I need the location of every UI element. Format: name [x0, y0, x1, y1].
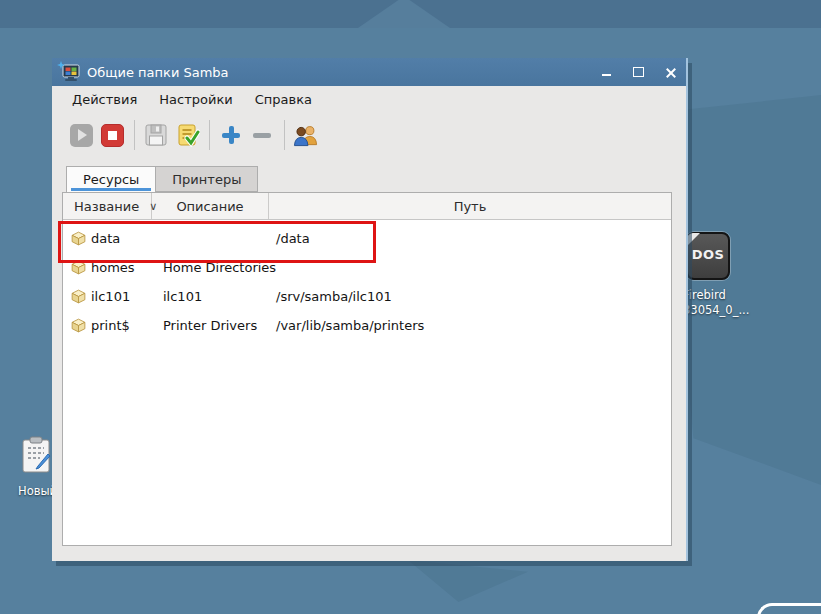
share-name: print$	[91, 318, 130, 333]
apply-changes-button[interactable]	[174, 122, 200, 148]
column-label: Путь	[454, 199, 487, 214]
window-titlebar[interactable]: Общие папки Samba	[52, 58, 686, 86]
tab-bar: Ресурсы Принтеры	[66, 166, 258, 192]
add-share-button[interactable]	[218, 122, 244, 148]
maximize-icon	[633, 67, 644, 77]
tab-label: Ресурсы	[83, 172, 139, 187]
notepad-pencil-icon[interactable]	[18, 436, 54, 474]
play-icon	[70, 124, 93, 147]
tab-resources[interactable]: Ресурсы	[66, 166, 156, 192]
start-service-button[interactable]	[68, 122, 94, 148]
maximize-button[interactable]	[630, 64, 646, 80]
samba-users-button[interactable]	[293, 122, 319, 148]
minimize-icon	[602, 74, 611, 76]
menu-settings[interactable]: Настройки	[148, 87, 243, 112]
stop-service-button[interactable]	[99, 122, 125, 148]
minus-icon	[253, 133, 271, 138]
share-path: /srv/samba/ilc101	[276, 289, 392, 304]
dos-file-icon[interactable]: DOS	[686, 232, 730, 280]
menu-actions[interactable]: Действия	[61, 87, 148, 112]
menu-bar: Действия Настройки Справка	[52, 86, 686, 113]
share-box-icon	[70, 288, 87, 305]
table-row-print[interactable]: print$ Printer Drivers /var/lib/samba/pr…	[63, 311, 671, 340]
highlight-rectangle	[58, 221, 376, 263]
desktop-icon-firebird[interactable]: DOS Firebird 33054_0_...	[683, 232, 773, 318]
toolbar-separator	[284, 120, 285, 150]
tab-label: Принтеры	[172, 172, 241, 187]
column-label: Описание	[176, 199, 243, 214]
share-box-icon	[70, 317, 87, 334]
window-title: Общие папки Samba	[87, 65, 229, 80]
toolbar-separator	[209, 120, 210, 150]
stop-icon	[101, 124, 124, 147]
menu-help[interactable]: Справка	[244, 87, 323, 112]
remove-share-button[interactable]	[249, 122, 275, 148]
desktop: DOS Firebird 33054_0_... Новый ф	[0, 0, 821, 614]
tab-printers[interactable]: Принтеры	[156, 166, 258, 192]
page-fold-icon	[687, 233, 700, 246]
panel-corner-outline	[757, 603, 821, 614]
floppy-icon	[144, 123, 168, 147]
minimize-button[interactable]	[598, 64, 614, 80]
samba-shares-window: Общие папки Samba Действия Настройки Спр…	[52, 58, 688, 561]
column-label: Название	[74, 199, 139, 214]
share-name: ilc101	[91, 289, 130, 304]
wallpaper-polygon	[408, 560, 528, 602]
plus-icon	[221, 125, 241, 145]
share-description: ilc101	[163, 289, 202, 304]
toolbar-separator	[134, 120, 135, 150]
table-header: Название ∨ Описание Путь	[63, 193, 671, 220]
samba-app-icon	[57, 61, 81, 83]
column-header-description[interactable]: Описание	[152, 193, 269, 219]
toolbar	[52, 113, 686, 157]
close-button[interactable]	[662, 64, 678, 80]
note-check-icon	[175, 123, 200, 148]
close-icon	[665, 67, 676, 78]
desktop-icon-label: 33054_0_...	[683, 303, 773, 318]
column-header-name[interactable]: Название ∨	[63, 193, 152, 219]
desktop-icon-label: Firebird	[683, 288, 773, 303]
save-button[interactable]	[143, 122, 169, 148]
users-icon	[293, 123, 319, 147]
share-description: Printer Drivers	[163, 318, 257, 333]
dos-badge-text: DOS	[688, 247, 728, 262]
share-path: /var/lib/samba/printers	[276, 318, 424, 333]
column-header-path[interactable]: Путь	[269, 193, 671, 219]
table-row-ilc101[interactable]: ilc101 ilc101 /srv/samba/ilc101	[63, 282, 671, 311]
